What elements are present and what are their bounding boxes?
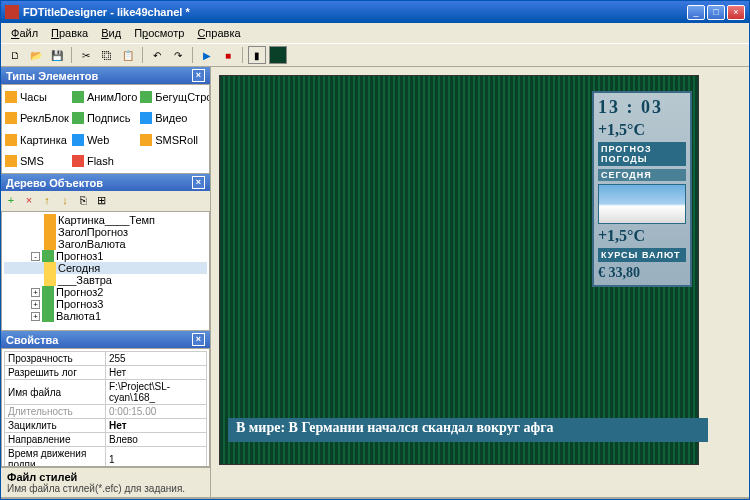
minimize-button[interactable]: _ xyxy=(687,5,705,20)
cut-button[interactable]: ✂ xyxy=(77,46,95,64)
eltype-icon xyxy=(5,91,17,103)
menubar: ФФайлайл Правка Вид Просмотр Справка xyxy=(1,23,749,43)
close-button[interactable]: × xyxy=(727,5,745,20)
eltype-item[interactable]: Flash xyxy=(71,151,138,171)
prop-key: Имя файла xyxy=(5,380,106,405)
menu-preview[interactable]: Просмотр xyxy=(129,25,189,41)
prop-value[interactable]: 0:00:15.00 xyxy=(106,405,207,419)
props-close-icon[interactable]: × xyxy=(192,333,205,346)
eltype-icon xyxy=(72,91,84,103)
paste-button[interactable]: 📋 xyxy=(119,46,137,64)
eltypes-close-icon[interactable]: × xyxy=(192,69,205,82)
save-button[interactable]: 💾 xyxy=(48,46,66,64)
eltype-item[interactable]: БегущСтрока xyxy=(139,87,210,107)
property-row[interactable]: Имя файлаF:\Project\SL-cyan\168_ xyxy=(5,380,207,405)
tree-node-label: Картинка____Темп xyxy=(58,214,155,226)
tree-node-icon xyxy=(42,286,54,298)
prop-key: Время движения подпи xyxy=(5,447,106,468)
new-button[interactable]: 🗋 xyxy=(6,46,24,64)
tree-node[interactable]: ЗаголВалюта xyxy=(4,238,207,250)
tree-up-button[interactable]: ↑ xyxy=(39,193,55,209)
tree-node-icon xyxy=(44,214,56,226)
tree-title: Дерево Объектов xyxy=(6,177,103,189)
eltype-item[interactable]: SMS xyxy=(4,151,70,171)
prop-value[interactable]: Влево xyxy=(106,433,207,447)
property-row[interactable]: Длительность0:00:15.00 xyxy=(5,405,207,419)
tree-node[interactable]: +Прогноз2 xyxy=(4,286,207,298)
eltype-item[interactable]: Подпись xyxy=(71,108,138,128)
eltype-label: Картинка xyxy=(20,134,67,146)
tree-expand-icon[interactable]: + xyxy=(31,312,40,321)
property-row[interactable]: ЗациклитьНет xyxy=(5,419,207,433)
tree-expand-icon[interactable]: - xyxy=(31,252,40,261)
forecast-header: ПРОГНОЗ ПОГОДЫ xyxy=(598,142,686,166)
tree-node[interactable]: ___Завтра xyxy=(4,274,207,286)
tree-down-button[interactable]: ↓ xyxy=(57,193,73,209)
prop-value[interactable]: F:\Project\SL-cyan\168_ xyxy=(106,380,207,405)
maximize-button[interactable]: □ xyxy=(707,5,725,20)
view-a-button[interactable]: ▮ xyxy=(248,46,266,64)
weather-card: 13 : 03 +1,5°C ПРОГНОЗ ПОГОДЫ СЕГОДНЯ +1… xyxy=(592,91,692,287)
eltype-label: Web xyxy=(87,134,109,146)
tree-misc2-button[interactable]: ⊞ xyxy=(93,193,109,209)
tree-node[interactable]: +Прогноз3 xyxy=(4,298,207,310)
menu-help[interactable]: Справка xyxy=(192,25,245,41)
undo-button[interactable]: ↶ xyxy=(148,46,166,64)
tree-expand-icon[interactable]: + xyxy=(31,300,40,309)
eltype-icon xyxy=(140,134,152,146)
prop-key: Прозрачность xyxy=(5,352,106,366)
tree-close-icon[interactable]: × xyxy=(192,176,205,189)
prop-key: Зациклить xyxy=(5,419,106,433)
tree-node[interactable]: ЗаголПрогноз xyxy=(4,226,207,238)
eltype-item[interactable]: Картинка xyxy=(4,130,70,150)
eltype-item[interactable]: SMSRoll xyxy=(139,130,210,150)
tree-node[interactable]: -Прогноз1 xyxy=(4,250,207,262)
open-button[interactable]: 📂 xyxy=(27,46,45,64)
property-row[interactable]: Разрешить логНет xyxy=(5,366,207,380)
eltype-icon xyxy=(72,134,84,146)
tree-node-icon xyxy=(44,274,56,286)
tree-node[interactable]: Сегодня xyxy=(4,262,207,274)
tree-remove-button[interactable]: × xyxy=(21,193,37,209)
tree-add-button[interactable]: + xyxy=(3,193,19,209)
property-row[interactable]: НаправлениеВлево xyxy=(5,433,207,447)
eltype-item[interactable]: АнимЛого xyxy=(71,87,138,107)
menu-file[interactable]: ФФайлайл xyxy=(6,25,43,41)
file-style-title: Файл стилей xyxy=(7,471,77,483)
tree-expand-icon[interactable]: + xyxy=(31,288,40,297)
prop-value[interactable]: 255 xyxy=(106,352,207,366)
canvas-area[interactable]: 13 : 03 +1,5°C ПРОГНОЗ ПОГОДЫ СЕГОДНЯ +1… xyxy=(211,67,749,497)
tree-node-icon xyxy=(44,238,56,250)
menu-edit[interactable]: Правка xyxy=(46,25,93,41)
eltype-item[interactable]: РеклБлок xyxy=(4,108,70,128)
tree-node-label: ___Завтра xyxy=(58,274,112,286)
file-style-section: Файл стилей Имя файла стилей(*.efc) для … xyxy=(1,467,210,497)
eltype-item[interactable]: Часы xyxy=(4,87,70,107)
copy-button[interactable]: ⿻ xyxy=(98,46,116,64)
menu-view[interactable]: Вид xyxy=(96,25,126,41)
window-title: FDTitleDesigner - like49chanel * xyxy=(23,6,687,18)
tree-node-icon xyxy=(44,226,56,238)
play-button[interactable]: ▶ xyxy=(198,46,216,64)
eltype-item[interactable]: Web xyxy=(71,130,138,150)
today-temp-value: +1,5°C xyxy=(598,227,686,245)
redo-button[interactable]: ↷ xyxy=(169,46,187,64)
prop-key: Направление xyxy=(5,433,106,447)
property-row[interactable]: Прозрачность255 xyxy=(5,352,207,366)
property-row[interactable]: Время движения подпи1 xyxy=(5,447,207,468)
prop-value[interactable]: 1 xyxy=(106,447,207,468)
stop-button[interactable]: ■ xyxy=(219,46,237,64)
prop-value[interactable]: Нет xyxy=(106,366,207,380)
tree-node[interactable]: +Валюта1 xyxy=(4,310,207,322)
tree-node[interactable]: Картинка____Темп xyxy=(4,214,207,226)
eltype-item[interactable]: Видео xyxy=(139,108,210,128)
tree-node-label: Валюта1 xyxy=(56,310,101,322)
today-header: СЕГОДНЯ xyxy=(598,169,686,181)
preview-frame[interactable]: 13 : 03 +1,5°C ПРОГНОЗ ПОГОДЫ СЕГОДНЯ +1… xyxy=(219,75,699,465)
rate-value: € 33,80 xyxy=(598,265,686,281)
sky-image xyxy=(598,184,686,224)
tree-misc1-button[interactable]: ⎘ xyxy=(75,193,91,209)
prop-value[interactable]: Нет xyxy=(106,419,207,433)
view-b-button[interactable] xyxy=(269,46,287,64)
eltypes-title: Типы Элементов xyxy=(6,70,98,82)
